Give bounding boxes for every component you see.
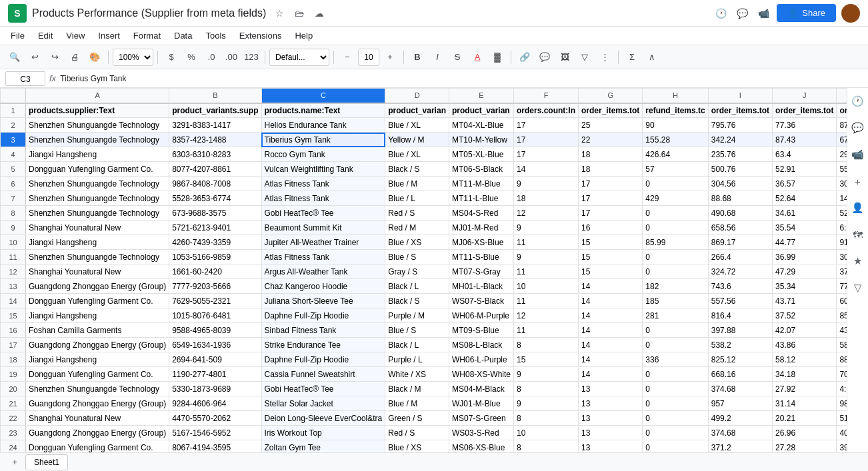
cell-D16[interactable]: Blue / S bbox=[385, 323, 449, 338]
cell-I16[interactable]: 397.88 bbox=[708, 323, 772, 338]
cell-J9[interactable]: 35.54 bbox=[773, 221, 837, 235]
cell-I7[interactable]: 88.68 bbox=[708, 191, 772, 206]
cell-K3[interactable]: 67: bbox=[837, 133, 847, 147]
more-btn[interactable]: ⋮ bbox=[595, 48, 614, 67]
cell-J7[interactable]: 52.64 bbox=[773, 191, 837, 206]
col-header-J[interactable]: J bbox=[773, 89, 837, 103]
cell-K23[interactable]: 40: bbox=[837, 426, 847, 440]
cell-C6[interactable]: Atlas Fitness Tank bbox=[261, 177, 385, 191]
cell-J13[interactable]: 35.34 bbox=[773, 279, 837, 294]
image-btn[interactable]: 🖼 bbox=[555, 48, 574, 67]
cell-H16[interactable]: 0 bbox=[643, 323, 708, 338]
cell-E13[interactable]: MH01-L-Black bbox=[449, 279, 513, 294]
cell-E12[interactable]: MT07-S-Gray bbox=[449, 264, 513, 279]
cell-B19[interactable]: 1190-277-4801 bbox=[169, 367, 261, 382]
cell-G9[interactable]: 16 bbox=[579, 221, 643, 235]
cell-C17[interactable]: Strike Endurance Tee bbox=[261, 338, 385, 352]
cell-F13[interactable]: 10 bbox=[513, 279, 578, 294]
cell-J20[interactable]: 27.92 bbox=[773, 382, 837, 396]
cell-A18[interactable]: Jiangxi Hangsheng bbox=[26, 352, 169, 367]
col-header-K[interactable]: K bbox=[837, 89, 847, 103]
cell-F19[interactable]: 9 bbox=[513, 367, 578, 382]
row-number[interactable]: 12 bbox=[1, 264, 26, 279]
cell-H7[interactable]: 429 bbox=[643, 191, 708, 206]
cell-B11[interactable]: 1053-5166-9859 bbox=[169, 250, 261, 264]
cell-I24[interactable]: 371.2 bbox=[708, 440, 772, 453]
cell-B23[interactable]: 5167-1546-5952 bbox=[169, 426, 261, 440]
cell-G5[interactable]: 18 bbox=[579, 162, 643, 177]
cell-J10[interactable]: 44.77 bbox=[773, 235, 837, 250]
cell-B2[interactable]: 3291-8383-1417 bbox=[169, 118, 261, 133]
cell-G10[interactable]: 15 bbox=[579, 235, 643, 250]
font-family-select[interactable]: Defaul... bbox=[269, 49, 329, 66]
cell-F16[interactable]: 11 bbox=[513, 323, 578, 338]
menu-help[interactable]: Help bbox=[289, 28, 318, 43]
cell-D20[interactable]: Black / M bbox=[385, 382, 449, 396]
cell-K20[interactable]: 4: bbox=[837, 382, 847, 396]
cell-B20[interactable]: 5330-1873-9689 bbox=[169, 382, 261, 396]
cell-A7[interactable]: Shenzhen Shunguangde Technology bbox=[26, 191, 169, 206]
cell-D13[interactable]: Black / L bbox=[385, 279, 449, 294]
cell-G19[interactable]: 14 bbox=[579, 367, 643, 382]
cell-C4[interactable]: Rocco Gym Tank bbox=[261, 147, 385, 162]
cell-K2[interactable]: 87: bbox=[837, 118, 847, 133]
cell-C22[interactable]: Deion Long-Sleeve EverCool&tra bbox=[261, 411, 385, 426]
cell-F15[interactable]: 12 bbox=[513, 308, 578, 323]
cell-A22[interactable]: Shanghai Younatural New bbox=[26, 411, 169, 426]
cell-I18[interactable]: 825.12 bbox=[708, 352, 772, 367]
cell-I8[interactable]: 490.68 bbox=[708, 206, 772, 221]
row-number[interactable]: 9 bbox=[1, 221, 26, 235]
cell-E8[interactable]: MS04-S-Red bbox=[449, 206, 513, 221]
col-header-C[interactable]: C bbox=[261, 89, 385, 103]
cell-I19[interactable]: 668.16 bbox=[708, 367, 772, 382]
cell-D23[interactable]: Red / S bbox=[385, 426, 449, 440]
cell-D3[interactable]: Yellow / M bbox=[385, 133, 449, 147]
menu-edit[interactable]: Edit bbox=[33, 28, 58, 43]
cell-A20[interactable]: Shenzhen Shunguangde Technology bbox=[26, 382, 169, 396]
cell-G24[interactable]: 13 bbox=[579, 440, 643, 453]
cell-E7[interactable]: MT11-L-Blue bbox=[449, 191, 513, 206]
cell-E3[interactable]: MT10-M-Yellow bbox=[449, 133, 513, 147]
cell-C16[interactable]: Sinbad Fitness Tank bbox=[261, 323, 385, 338]
cell-F3[interactable]: 17 bbox=[513, 133, 578, 147]
cell-A11[interactable]: Shenzhen Shunguangde Technology bbox=[26, 250, 169, 264]
highlight-btn[interactable]: ▓ bbox=[488, 48, 507, 67]
cell-C21[interactable]: Stellar Solar Jacket bbox=[261, 396, 385, 411]
cell-F5[interactable]: 14 bbox=[513, 162, 578, 177]
cell-F22[interactable]: 8 bbox=[513, 411, 578, 426]
cell-G13[interactable]: 14 bbox=[579, 279, 643, 294]
strikethrough-btn[interactable]: S bbox=[448, 48, 467, 67]
cell-D5[interactable]: Black / S bbox=[385, 162, 449, 177]
row-number[interactable]: 15 bbox=[1, 308, 26, 323]
cell-B24[interactable]: 8067-4194-3595 bbox=[169, 440, 261, 453]
cell-D8[interactable]: Red / S bbox=[385, 206, 449, 221]
cell-D21[interactable]: Blue / M bbox=[385, 396, 449, 411]
cell-I4[interactable]: 235.76 bbox=[708, 147, 772, 162]
sidebar-add-icon[interactable]: + bbox=[850, 173, 866, 189]
cell-I23[interactable]: 374.68 bbox=[708, 426, 772, 440]
row-number[interactable]: 6 bbox=[1, 177, 26, 191]
cell-I17[interactable]: 538.2 bbox=[708, 338, 772, 352]
col-header-A[interactable]: A bbox=[26, 89, 169, 103]
cell-B3[interactable]: 8357-423-1488 bbox=[169, 133, 261, 147]
cell-F10[interactable]: 11 bbox=[513, 235, 578, 250]
row-number[interactable]: 17 bbox=[1, 338, 26, 352]
cell-C19[interactable]: Cassia Funnel Sweatshirt bbox=[261, 367, 385, 382]
cell-G8[interactable]: 17 bbox=[579, 206, 643, 221]
cell-I11[interactable]: 266.4 bbox=[708, 250, 772, 264]
cell-G21[interactable]: 13 bbox=[579, 396, 643, 411]
cell-K13[interactable]: 77: bbox=[837, 279, 847, 294]
cell-C7[interactable]: Atlas Fitness Tank bbox=[261, 191, 385, 206]
cell-K1[interactable]: order_item... bbox=[837, 103, 847, 118]
cell-A14[interactable]: Dongguan Yufengling Garment Co. bbox=[26, 294, 169, 308]
cell-J23[interactable]: 26.96 bbox=[773, 426, 837, 440]
cell-C2[interactable]: Helios Endurance Tank bbox=[261, 118, 385, 133]
cell-A21[interactable]: Guangdong Zhonggao Energy (Group) bbox=[26, 396, 169, 411]
col-header-F[interactable]: F bbox=[513, 89, 578, 103]
cell-G11[interactable]: 15 bbox=[579, 250, 643, 264]
cell-A4[interactable]: Jiangxi Hangsheng bbox=[26, 147, 169, 162]
cell-B22[interactable]: 4470-5570-2062 bbox=[169, 411, 261, 426]
cell-J21[interactable]: 31.14 bbox=[773, 396, 837, 411]
row-number[interactable]: 21 bbox=[1, 396, 26, 411]
cell-K11[interactable]: 30: bbox=[837, 250, 847, 264]
